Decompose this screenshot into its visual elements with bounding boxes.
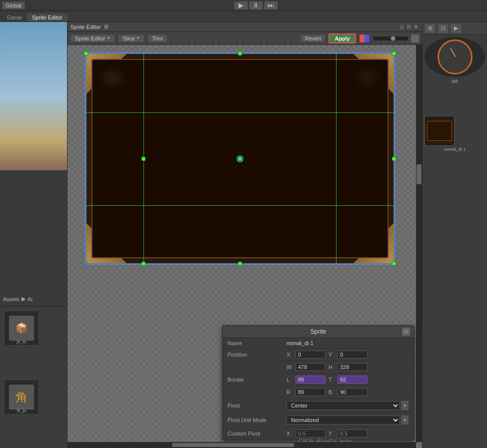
x-axis-label: X — [286, 352, 292, 358]
custom-pivot-x-input — [296, 430, 326, 438]
scrollbar-horizontal[interactable] — [68, 442, 416, 448]
left-sidebar: Assets ▶ Ar 📦 js_to 角 lit_ju — [0, 22, 68, 448]
w-axis-label: W — [286, 364, 292, 370]
border-l-input[interactable] — [296, 376, 326, 384]
pivot-select-container: Center ▼ — [286, 401, 409, 411]
tab-sprite-editor[interactable]: Sprite Editor — [27, 13, 68, 21]
pivot-label: Pivot — [228, 403, 282, 409]
custom-pivot-y-input — [338, 430, 368, 438]
border-t-input[interactable] — [338, 376, 368, 384]
right-widgets: left nomal_di 1 — [422, 35, 487, 154]
border-b-input[interactable] — [338, 388, 368, 396]
pos-x-input[interactable] — [296, 351, 326, 359]
scrollbar-vertical-thumb[interactable] — [416, 164, 422, 184]
y-axis-label: Y — [328, 352, 334, 358]
border-r-input[interactable] — [296, 388, 326, 396]
slice-button[interactable]: Slice ▼ — [118, 34, 144, 42]
cpy-axis-label: Y — [328, 431, 334, 437]
pos-h-input[interactable] — [338, 363, 368, 371]
panel-row-pivot-unit: Pivot Unit Mode Normalized ▼ — [222, 413, 414, 428]
breadcrumb-arrow: ▶ — [22, 296, 26, 302]
sprite-editor-menu-button[interactable]: Sprite Editor ▼ — [70, 34, 115, 42]
scrollbar-horizontal-thumb[interactable] — [172, 443, 294, 447]
breadcrumb: Ar — [28, 296, 33, 302]
custom-pivot-label: Custom Pivot — [228, 431, 282, 437]
pivot-select-arrow[interactable]: ▼ — [401, 401, 409, 411]
panel-close-button[interactable]: ✕ — [402, 328, 410, 336]
se-toolbar: Sprite Editor ▼ Slice ▼ Trim Revert Appl… — [68, 32, 422, 45]
tab-game[interactable]: Game — [2, 13, 27, 21]
r-axis-label: R — [286, 389, 292, 395]
tab-row: Game Sprite Editor — [0, 11, 487, 22]
right-tool-paste[interactable]: ⊡ — [438, 23, 448, 33]
sprite-inner — [92, 59, 388, 258]
pivot-unit-label: Pivot Unit Mode — [228, 417, 282, 423]
right-toolbar: ⊞ ⊡ ▶ — [422, 22, 487, 35]
window-controls: _ □ × — [399, 24, 419, 30]
panel-row-position: Position X Y — [222, 349, 414, 361]
right-sidebar: ⊞ ⊡ ▶ left nomal_di 1 — [422, 22, 487, 448]
pos-y-input[interactable] — [338, 351, 368, 359]
asset-item-1[interactable]: 角 lit_ju — [4, 380, 39, 415]
sprite-inspector-panel: Sprite ✕ Name nomal_di 1 Position X Y — [222, 325, 414, 441]
pause-button[interactable]: ⏸ — [249, 1, 263, 10]
panel-row-size: W H — [222, 361, 414, 374]
right-tool-copy[interactable]: ⊞ — [424, 23, 436, 33]
border-rb-group: R B — [286, 388, 409, 396]
panel-row-border-rb: R B — [222, 386, 414, 399]
color-swatch[interactable] — [359, 34, 370, 43]
name-value: nomal_di 1 — [286, 340, 314, 346]
step-button[interactable]: ⏭ — [264, 1, 278, 10]
panel-row-name: Name nomal_di 1 — [222, 338, 414, 349]
right-preview-area: nomal_di 1 — [424, 116, 485, 152]
assets-bar: Assets ▶ Ar — [0, 292, 67, 307]
custom-pivot-group: X Y — [286, 430, 409, 438]
position-label: Position — [228, 352, 282, 358]
scene-sky — [0, 22, 67, 170]
asset-label-1: lit_ju — [4, 408, 38, 413]
h-axis-label: H — [328, 364, 334, 370]
maximize-button[interactable]: □ — [406, 24, 412, 30]
slice-chevron: ▼ — [136, 36, 140, 40]
panel-row-border: Border L T — [222, 374, 414, 386]
play-controls: ▶ ⏸ ⏭ — [234, 1, 278, 10]
top-bar: Global ▶ ⏸ ⏭ — [0, 0, 487, 11]
cpx-axis-label: X — [286, 431, 292, 437]
alpha-slider-thumb — [390, 36, 396, 41]
l-axis-label: L — [286, 377, 292, 383]
preview-sprite — [427, 121, 452, 141]
pivot-select[interactable]: Center — [286, 401, 400, 410]
minimize-button[interactable]: _ — [399, 24, 405, 30]
panel-header: Sprite ✕ — [222, 326, 414, 338]
right-tool-play[interactable]: ▶ — [450, 23, 462, 33]
trim-button[interactable]: Trim — [148, 34, 168, 42]
settings-icon[interactable] — [411, 34, 419, 42]
clock-face — [438, 39, 472, 74]
pos-w-input[interactable] — [296, 363, 326, 371]
close-button[interactable]: × — [413, 24, 419, 30]
sprite-container — [82, 52, 395, 270]
light-tr — [352, 65, 382, 90]
scrollbar-vertical[interactable] — [416, 45, 422, 442]
main-area: Assets ▶ Ar 📦 js_to 角 lit_ju Sprite Edit… — [0, 22, 487, 448]
asset-item-0[interactable]: 📦 js_to — [4, 311, 39, 346]
panel-row-pivot: Pivot Center ▼ — [222, 399, 414, 413]
pivot-unit-select[interactable]: Normalized — [286, 416, 400, 425]
pivot-unit-select-container: Normalized ▼ — [286, 415, 409, 425]
right-preview-thumb[interactable] — [424, 116, 454, 146]
assets-items: 📦 js_to 角 lit_ju — [0, 307, 67, 448]
light-tl — [98, 65, 128, 90]
revert-button[interactable]: Revert — [300, 34, 326, 42]
border-label: Border — [228, 377, 282, 383]
sprite-visual — [85, 52, 395, 265]
canvas-area[interactable]: Sprite ✕ Name nomal_di 1 Position X Y — [68, 45, 422, 448]
apply-button[interactable]: Apply — [328, 33, 356, 43]
t-axis-label: T — [328, 377, 334, 383]
asset-icon-1: 角 — [9, 385, 34, 410]
play-button[interactable]: ▶ — [234, 1, 248, 10]
global-button[interactable]: Global — [2, 1, 25, 9]
clock-hand — [450, 48, 456, 57]
assets-label: Assets — [3, 296, 20, 302]
alpha-slider[interactable] — [373, 36, 408, 40]
pivot-unit-select-arrow[interactable]: ▼ — [401, 415, 409, 425]
